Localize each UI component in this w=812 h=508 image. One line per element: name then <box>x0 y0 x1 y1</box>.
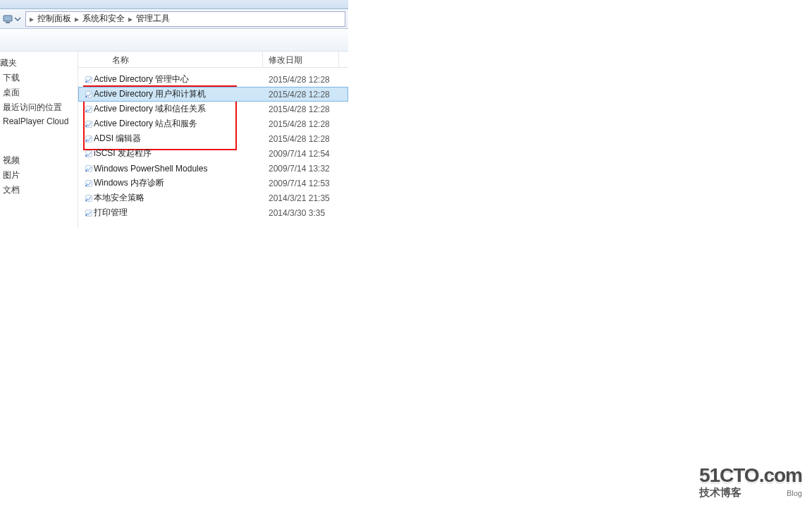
shortcut-icon <box>78 148 92 159</box>
shortcut-icon <box>78 163 92 174</box>
sidebar-item-downloads[interactable]: 下载 <box>0 71 78 85</box>
shortcut-icon <box>78 178 92 189</box>
shortcut-icon <box>78 119 92 130</box>
shortcut-icon <box>78 89 92 100</box>
watermark-line2: 技术博客 Blog <box>699 487 802 499</box>
file-name: Windows PowerShell Modules <box>92 164 263 174</box>
file-row[interactable]: 本地安全策略2014/3/21 21:35 <box>78 190 348 205</box>
file-name: 打印管理 <box>92 207 263 219</box>
file-row[interactable]: Active Directory 管理中心2015/4/28 12:28 <box>78 72 348 87</box>
file-name: iSCSI 发起程序 <box>92 147 263 159</box>
shortcut-icon <box>78 74 92 85</box>
sidebar-spacer <box>0 140 78 153</box>
file-date: 2015/4/28 12:28 <box>263 75 339 85</box>
watermark: 51CTO.com 技术博客 Blog <box>699 465 802 498</box>
breadcrumb[interactable]: ▸ 控制面板 ▸ 系统和安全 ▸ 管理工具 <box>25 11 345 27</box>
dropdown-icon[interactable] <box>14 14 21 24</box>
file-list-pane: 名称 修改日期 Active Directory 管理中心2015/4/28 1… <box>78 52 348 228</box>
file-date: 2014/3/21 21:35 <box>263 193 339 203</box>
column-headers: 名称 修改日期 <box>78 52 348 68</box>
file-date: 2009/7/14 13:32 <box>263 164 339 174</box>
file-date: 2015/4/28 12:28 <box>263 134 339 144</box>
address-bar: ▸ 控制面板 ▸ 系统和安全 ▸ 管理工具 <box>0 9 348 29</box>
file-row[interactable]: Active Directory 站点和服务2015/4/28 12:28 <box>78 116 348 131</box>
explorer-window: ▸ 控制面板 ▸ 系统和安全 ▸ 管理工具 藏夹 下载 桌面 最近访问的位置 R… <box>0 0 348 228</box>
breadcrumb-item-2[interactable]: 管理工具 <box>134 12 172 26</box>
shortcut-icon <box>78 207 92 219</box>
body: 藏夹 下载 桌面 最近访问的位置 RealPlayer Cloud 视频 图片 … <box>0 52 348 228</box>
file-date: 2015/4/28 12:28 <box>263 90 339 99</box>
breadcrumb-item-1[interactable]: 系统和安全 <box>80 12 127 26</box>
watermark-line2-sub: Blog <box>787 489 802 497</box>
file-row[interactable]: Active Directory 用户和计算机2015/4/28 12:28 <box>78 87 348 102</box>
file-name: ADSI 编辑器 <box>92 133 263 145</box>
watermark-line2-text: 技术博客 <box>699 487 742 499</box>
breadcrumb-item-0[interactable]: 控制面板 <box>35 12 73 26</box>
sidebar-heading-favorites: 藏夹 <box>0 56 78 71</box>
file-name: Active Directory 管理中心 <box>92 73 263 85</box>
sidebar-item-documents[interactable]: 文档 <box>0 183 78 198</box>
titlebar <box>0 0 348 9</box>
file-row[interactable]: Windows PowerShell Modules2009/7/14 13:3… <box>78 161 348 176</box>
watermark-line1: 51CTO.com <box>699 465 802 487</box>
file-name: Active Directory 用户和计算机 <box>92 88 263 100</box>
file-date: 2009/7/14 12:54 <box>263 149 339 159</box>
svg-rect-0 <box>4 16 12 21</box>
chevron-right-icon[interactable]: ▸ <box>28 14 35 24</box>
file-name: Active Directory 域和信任关系 <box>92 103 263 115</box>
file-date: 2009/7/14 12:53 <box>263 179 339 188</box>
file-row[interactable]: Active Directory 域和信任关系2015/4/28 12:28 <box>78 102 348 116</box>
file-row[interactable]: 打印管理2014/3/30 3:35 <box>78 205 348 220</box>
svg-rect-1 <box>6 22 10 23</box>
shortcut-icon <box>78 104 92 115</box>
file-name: 本地安全策略 <box>92 192 263 204</box>
file-date: 2015/4/28 12:28 <box>263 104 339 114</box>
sidebar-item-recent[interactable]: 最近访问的位置 <box>0 100 78 115</box>
file-row[interactable]: ADSI 编辑器2015/4/28 12:28 <box>78 131 348 146</box>
chevron-right-icon[interactable]: ▸ <box>127 14 134 24</box>
column-header-name[interactable]: 名称 <box>78 52 263 67</box>
chevron-right-icon[interactable]: ▸ <box>73 14 80 24</box>
sidebar-item-pictures[interactable]: 图片 <box>0 168 78 183</box>
nav-icons <box>3 14 21 24</box>
sidebar-item-realplayer[interactable]: RealPlayer Cloud <box>0 115 78 128</box>
file-date: 2014/3/30 3:35 <box>263 208 339 218</box>
shortcut-icon <box>78 193 92 204</box>
file-rows: Active Directory 管理中心2015/4/28 12:28Acti… <box>78 68 348 220</box>
file-name: Active Directory 站点和服务 <box>92 118 263 130</box>
shortcut-icon <box>78 133 92 145</box>
file-row[interactable]: iSCSI 发起程序2009/7/14 12:54 <box>78 146 348 161</box>
sidebar-item-desktop[interactable]: 桌面 <box>0 85 78 100</box>
file-row[interactable]: Windows 内存诊断2009/7/14 12:53 <box>78 176 348 190</box>
sidebar-item-video[interactable]: 视频 <box>0 153 78 168</box>
sidebar-spacer <box>0 128 78 140</box>
file-name: Windows 内存诊断 <box>92 177 263 189</box>
toolbar <box>0 29 348 52</box>
column-header-date[interactable]: 修改日期 <box>263 52 339 67</box>
sidebar: 藏夹 下载 桌面 最近访问的位置 RealPlayer Cloud 视频 图片 … <box>0 52 78 228</box>
computer-icon <box>3 14 13 24</box>
file-date: 2015/4/28 12:28 <box>263 119 339 129</box>
